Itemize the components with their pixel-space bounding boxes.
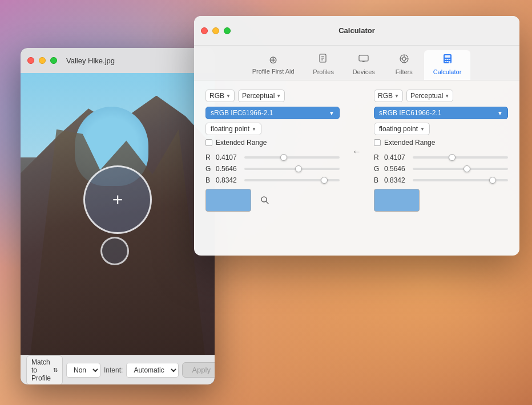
intent-select[interactable]: Automatic [126, 363, 179, 378]
right-r-value: 0.4107 [384, 153, 408, 161]
right-b-slider[interactable] [413, 179, 508, 181]
minimize-button-img[interactable] [39, 57, 46, 64]
right-r-label: R [374, 153, 380, 161]
left-panel: RGB ▼ Perceptual ▼ sRGB IEC61966-2.1 ▼ f… [205, 90, 340, 212]
left-datatype-select[interactable]: floating point ▼ [205, 123, 261, 135]
left-g-value: 0.5646 [216, 165, 240, 173]
left-datatype-label: floating point [211, 125, 249, 133]
left-profile-select[interactable]: sRGB IEC61966-2.1 ▼ [205, 107, 340, 119]
calc-minimize-button[interactable] [212, 27, 219, 34]
right-g-label: G [374, 165, 380, 173]
left-colorspace-select[interactable]: RGB ▼ [205, 90, 235, 102]
calc-titlebar: Calculator [194, 16, 519, 46]
svg-rect-4 [359, 55, 368, 61]
right-g-slider[interactable] [413, 168, 508, 170]
calc-tabs: ⊕ Profile First Aid Profiles [194, 46, 519, 80]
close-button-img[interactable] [27, 57, 34, 64]
left-r-row: R 0.4107 [205, 153, 340, 161]
chevron-down-icon: ▼ [420, 127, 425, 132]
tab-filters[interactable]: Filters [384, 50, 424, 80]
image-title: Valley Hike.jpg [66, 56, 115, 65]
right-swatch-row [374, 189, 508, 212]
right-extended-checkbox[interactable] [374, 139, 381, 146]
right-profile-row: sRGB IEC61966-2.1 ▼ [374, 107, 508, 119]
right-intent-label: Perceptual [410, 92, 443, 100]
calc-title: Calculator [338, 26, 375, 35]
filters-icon [399, 54, 409, 67]
tab-calculator[interactable]: Calculator [424, 50, 471, 80]
right-b-thumb[interactable] [489, 177, 496, 184]
right-g-thumb[interactable] [464, 165, 470, 172]
right-datatype-select[interactable]: floating point ▼ [374, 123, 430, 135]
left-intent-label: Perceptual [242, 92, 275, 100]
right-datatype-row: floating point ▼ [374, 123, 508, 135]
left-r-label: R [205, 153, 211, 161]
left-r-thumb[interactable] [280, 154, 287, 161]
right-color-swatch [374, 189, 420, 212]
left-extended-row: Extended Range [205, 139, 340, 147]
search-button[interactable] [257, 192, 273, 208]
tab-profile-first-aid[interactable]: ⊕ Profile First Aid [243, 50, 304, 80]
right-r-slider[interactable] [413, 156, 508, 159]
left-colorspace-label: RGB [209, 92, 224, 100]
match-label: Match to Profile [31, 358, 51, 382]
left-swatch-row [205, 189, 340, 212]
none-dropdown[interactable]: None [66, 363, 100, 378]
tab-devices[interactable]: Devices [344, 50, 384, 80]
calc-body: RGB ▼ Perceptual ▼ sRGB IEC61966-2.1 ▼ f… [194, 80, 519, 221]
maximize-button-img[interactable] [50, 57, 57, 64]
left-b-value: 0.8342 [216, 176, 240, 184]
calc-close-button[interactable] [201, 27, 208, 34]
right-colorspace-label: RGB [378, 92, 393, 100]
left-extended-label: Extended Range [216, 139, 267, 147]
left-r-value: 0.4107 [216, 153, 240, 161]
right-colorspace-select[interactable]: RGB ▼ [374, 90, 403, 102]
svg-rect-15 [445, 59, 446, 60]
left-g-row: G 0.5646 [205, 165, 340, 173]
right-r-thumb[interactable] [449, 154, 456, 161]
left-r-slider[interactable] [244, 156, 340, 159]
tab-profiles-label: Profiles [313, 68, 334, 75]
right-profile-select[interactable]: sRGB IEC61966-2.1 ▼ [374, 107, 508, 119]
chevron-right-icon: ▼ [329, 110, 334, 116]
left-intent-select[interactable]: Perceptual ▼ [238, 90, 285, 102]
chevron-down-icon: ▼ [276, 94, 281, 99]
right-profile-label: sRGB IEC61966-2.1 [379, 109, 441, 117]
left-b-row: B 0.8342 [205, 176, 340, 184]
left-extended-checkbox[interactable] [205, 139, 212, 146]
svg-rect-19 [446, 61, 448, 62]
devices-icon [358, 54, 369, 67]
right-datatype-label: floating point [379, 125, 418, 133]
left-b-slider[interactable] [244, 179, 340, 181]
right-extended-label: Extended Range [384, 139, 435, 147]
right-panel: RGB ▼ Perceptual ▼ sRGB IEC61966-2.1 ▼ f… [374, 90, 508, 212]
svg-rect-18 [445, 61, 446, 62]
right-extended-row: Extended Range [374, 139, 508, 147]
calc-traffic-lights [201, 27, 231, 34]
circle-magnifier[interactable]: + [83, 165, 152, 234]
left-b-thumb[interactable] [321, 177, 328, 184]
calculator-window: Calculator ⊕ Profile First Aid Profiles [194, 16, 519, 256]
image-toolbar: Match to Profile ⇅ None Intent: Automati… [21, 355, 215, 384]
chevron-down-icon: ▼ [226, 94, 231, 99]
left-g-thumb[interactable] [295, 165, 302, 172]
right-intent-select[interactable]: Perceptual ▼ [406, 90, 453, 102]
arrow-divider: ← [351, 90, 362, 212]
match-to-profile-select[interactable]: Match to Profile ⇅ [26, 355, 63, 385]
right-r-row: R 0.4107 [374, 153, 508, 161]
right-b-label: B [374, 176, 380, 184]
select-arrows-icon: ⇅ [53, 367, 58, 373]
chevron-down-icon: ▼ [394, 94, 399, 99]
chevron-down-icon: ▼ [445, 94, 449, 99]
svg-line-22 [266, 201, 268, 204]
tab-profile-first-aid-label: Profile First Aid [252, 68, 295, 75]
image-window: Valley Hike.jpg + Match to Profile ⇅ Non… [21, 48, 215, 384]
right-colorspace-row: RGB ▼ Perceptual ▼ [374, 90, 508, 102]
apply-button[interactable]: Apply [182, 362, 215, 378]
left-b-label: B [205, 176, 211, 184]
calc-maximize-button[interactable] [224, 27, 231, 34]
tab-profiles[interactable]: Profiles [304, 50, 344, 80]
left-g-slider[interactable] [244, 168, 340, 170]
convert-arrow-icon: ← [352, 147, 361, 157]
image-content: + [21, 73, 215, 355]
